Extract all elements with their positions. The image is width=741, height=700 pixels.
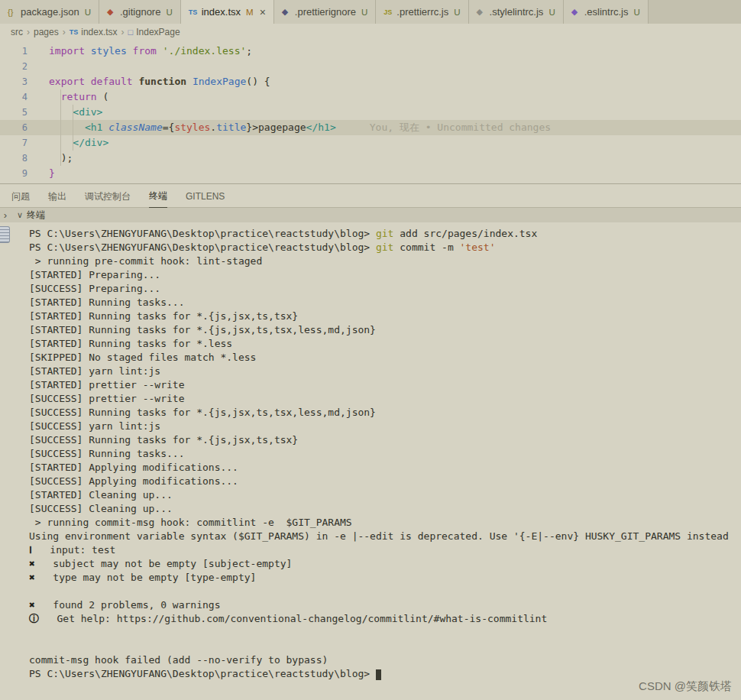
terminal-line: [STARTED] yarn lint:js	[29, 365, 741, 378]
terminal-line: ✖ type may not be empty [type-empty]	[29, 571, 741, 585]
chevron-down-icon[interactable]: ∨	[17, 210, 23, 220]
terminal-line: [STARTED] Running tasks for *.{js,jsx,ts…	[29, 309, 741, 323]
git-status-badge: M	[246, 8, 254, 17]
tab-index.tsx[interactable]: TSindex.tsxM×	[181, 0, 274, 24]
terminal-line: [SUCCESS] Running tasks for *.{js,jsx,ts…	[29, 433, 741, 447]
line-number: 9	[0, 166, 28, 181]
json-file-icon: {}	[8, 8, 21, 17]
git-status-badge: U	[548, 8, 555, 17]
line-number: 4	[0, 89, 28, 105]
panel-tab-terminal[interactable]: 终端	[149, 183, 167, 208]
code-line-7[interactable]: 7 </div>	[0, 135, 741, 151]
panel-tab-output[interactable]: 输出	[48, 184, 66, 208]
tab-package.json[interactable]: {}package.jsonU	[0, 0, 99, 24]
code-line-9[interactable]: 9}	[0, 166, 741, 181]
terminal-line: [SUCCESS] Running tasks for *.{js,jsx,ts…	[29, 406, 741, 420]
code-line-6[interactable]: 6 <h1 className={styles.title}>pagepage<…	[0, 120, 741, 135]
line-number: 2	[0, 59, 28, 74]
terminal-line: [SUCCESS] Applying modifications...	[29, 475, 741, 488]
breadcrumb-item-index.tsx[interactable]: TSindex.tsx	[70, 27, 118, 37]
panel-tab-problems[interactable]: 问题	[11, 184, 30, 208]
panel-collapse-icon[interactable]: ›	[0, 209, 11, 221]
breadcrumb-label: index.tsx	[81, 27, 117, 37]
panel-tabs: 问题输出调试控制台终端GITLENS	[0, 184, 741, 207]
tab-label: .prettierignore	[295, 6, 356, 18]
terminal-header-label: 终端	[27, 209, 45, 222]
line-number: 1	[0, 44, 28, 59]
tab-label: .stylelintrc.js	[490, 6, 544, 18]
terminal-line: PS C:\Users\ZHENGYUFANG\Desktop\practice…	[29, 241, 741, 254]
git-status-badge: U	[85, 8, 91, 17]
tab-bar: {}package.jsonU◆.gitignoreUTSindex.tsxM×…	[0, 0, 741, 24]
breadcrumb-item-src[interactable]: src	[11, 27, 23, 37]
line-number: 7	[0, 135, 28, 151]
tab-.gitignore[interactable]: ◆.gitignoreU	[99, 0, 181, 24]
prettier-file-icon: ◆	[282, 7, 295, 17]
terminal-line: > running pre-commit hook: lint-staged	[29, 254, 741, 268]
code-line-4[interactable]: 4 return (	[0, 89, 741, 105]
tab-label: .eslintrc.js	[584, 6, 629, 18]
editor[interactable]: 1import styles from './index.less';23exp…	[0, 41, 741, 183]
panel-tab-debug-console[interactable]: 调试控制台	[85, 184, 131, 208]
tab-.eslintrc.js[interactable]: ◆.eslintrc.jsU	[564, 0, 649, 24]
breadcrumb-separator-icon: ›	[63, 27, 66, 37]
line-number: 5	[0, 105, 28, 120]
tab-label: package.json	[21, 6, 79, 18]
git-status-badge: U	[166, 8, 172, 17]
terminal-line: Using environment variable syntax ($GIT_…	[29, 530, 741, 543]
breadcrumb-label: IndexPage	[136, 27, 180, 37]
code-line-3[interactable]: 3export default function IndexPage() {	[0, 74, 741, 89]
terminal-line: PS C:\Users\ZHENGYUFANG\Desktop\practice…	[29, 227, 741, 241]
terminal-output[interactable]: PS C:\Users\ZHENGYUFANG\Desktop\practice…	[0, 222, 741, 682]
terminal-cursor	[376, 669, 381, 680]
panel-tab-gitlens[interactable]: GITLENS	[186, 185, 225, 206]
terminal-line: [STARTED] Running tasks for *.{js,jsx,ts…	[29, 323, 741, 337]
breadcrumb-label: pages	[34, 27, 59, 37]
code-line-5[interactable]: 5 <div>	[0, 105, 741, 120]
side-widget-icon[interactable]	[0, 226, 10, 243]
terminal-line: [STARTED] Cleaning up...	[29, 488, 741, 502]
tab-.stylelintrc.js[interactable]: ◆.stylelintrc.jsU	[469, 0, 564, 24]
terminal-line: commit-msg hook failed (add --no-verify …	[29, 653, 741, 667]
git-status-badge: U	[633, 8, 639, 17]
terminal-header[interactable]: › ∨ 终端	[0, 207, 741, 222]
code-line-2[interactable]: 2	[0, 59, 741, 74]
breadcrumb-item-indexpage[interactable]: □IndexPage	[128, 27, 180, 37]
terminal-line: [SUCCESS] Running tasks...	[29, 447, 741, 461]
code-line-8[interactable]: 8 );	[0, 151, 741, 166]
breadcrumb: src›pages›TSindex.tsx›□IndexPage	[0, 24, 741, 41]
indent-guide	[60, 89, 61, 166]
breadcrumb-item-pages[interactable]: pages	[34, 27, 59, 37]
indent-guide	[73, 105, 73, 151]
gitlens-blame-annotation: You, 现在 • Uncommitted changes	[336, 122, 551, 133]
git-status-badge: U	[361, 8, 367, 17]
terminal-line: ✖ subject may not be empty [subject-empt…	[29, 557, 741, 571]
stylelint-file-icon: ◆	[477, 7, 490, 17]
ts-file-icon: TS	[189, 8, 202, 16]
tab-label: .gitignore	[120, 6, 160, 18]
terminal-line: [SUCCESS] prettier --write	[29, 392, 741, 406]
terminal-line: [SUCCESS] yarn lint:js	[29, 420, 741, 433]
terminal-line: [STARTED] Applying modifications...	[29, 461, 741, 475]
js-file-icon: JS	[383, 8, 396, 16]
tab-label: index.tsx	[202, 6, 241, 18]
terminal-line: Ⅰ input: test	[29, 543, 741, 557]
symbol-file-icon: □	[128, 28, 134, 37]
terminal-line: > running commit-msg hook: commitlint -e…	[29, 516, 741, 530]
terminal-line: ⓘ Get help: https://github.com/conventio…	[29, 612, 741, 626]
terminal-line: [SUCCESS] Cleaning up...	[29, 502, 741, 516]
tab-.prettierrc.js[interactable]: JS.prettierrc.jsU	[376, 0, 468, 24]
terminal-line	[29, 585, 741, 598]
watermark: CSDN @笑颜铁塔	[639, 679, 732, 694]
breadcrumb-separator-icon: ›	[27, 27, 30, 37]
terminal-line: [STARTED] Running tasks for *.less	[29, 337, 741, 351]
tab-.prettierignore[interactable]: ◆.prettierignoreU	[274, 0, 377, 24]
terminal-line: [SKIPPED] No staged files match *.less	[29, 351, 741, 365]
code-line-1[interactable]: 1import styles from './index.less';	[0, 44, 741, 59]
bottom-panel: 问题输出调试控制台终端GITLENS › ∨ 终端 PS C:\Users\ZH…	[0, 183, 741, 682]
tab-label: .prettierrc.js	[396, 6, 448, 18]
git-file-icon: ◆	[107, 7, 120, 17]
terminal-line	[29, 640, 741, 653]
line-number: 8	[0, 151, 28, 166]
close-tab-icon[interactable]: ×	[260, 6, 266, 18]
